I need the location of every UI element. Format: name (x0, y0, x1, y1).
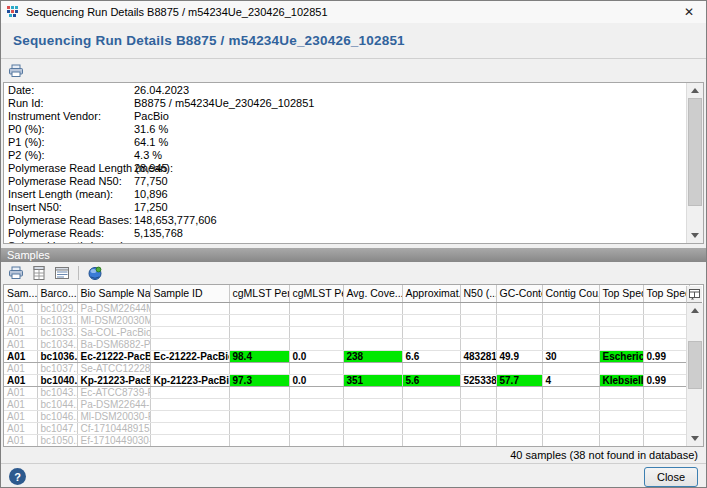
table-cell: Ml-DSM20030-PacBio (77, 410, 150, 422)
table-cell: A01 (4, 350, 37, 362)
table-cell (289, 386, 343, 398)
scroll-down-icon[interactable] (687, 228, 703, 243)
table-cell: Escherichi... (599, 350, 643, 362)
table-row[interactable]: A01bc1044...Pa-DSM22644-PacBio (4, 398, 689, 410)
help-icon[interactable]: ? (9, 468, 26, 485)
table-row[interactable]: A01bc1047...Cf-17104489153-... (4, 422, 689, 434)
table-cell (496, 410, 542, 422)
table-cell: bc1034... (37, 338, 77, 350)
list-view-icon[interactable] (53, 264, 71, 282)
column-header[interactable]: Sam... (4, 285, 37, 302)
table-cell (496, 362, 542, 374)
table-cell: 98.4 (229, 350, 289, 362)
table-row[interactable]: A01bc1029...Pa-DSM22644Mon... (4, 302, 689, 314)
detail-row: Polymerase Read Bases:148,653,777,606 (4, 213, 686, 226)
table-cell: 238 (343, 350, 402, 362)
table-row[interactable]: A01bc1043...Ec-ATCC8739-PacBio (4, 386, 689, 398)
table-cell: bc1036... (37, 350, 77, 362)
scrollbar-thumb[interactable] (688, 341, 702, 389)
table-cell (542, 422, 599, 434)
column-header[interactable]: Top Spec... (599, 285, 643, 302)
table-cell: Kp-21223-PacBio (77, 374, 150, 386)
table-scrollbar[interactable] (686, 303, 703, 446)
table-cell: A01 (4, 398, 37, 410)
column-config-icon[interactable] (686, 286, 702, 303)
table-cell: bc1033... (37, 326, 77, 338)
table-cell: 30 (542, 350, 599, 362)
table-cell (599, 434, 643, 446)
column-header[interactable]: Approximat... (402, 285, 460, 302)
column-header[interactable]: Sample ID (150, 285, 229, 302)
column-header[interactable]: GC-Conte... (496, 285, 542, 302)
table-row[interactable]: A01bc1037...Se-ATCC12228-Pa... (4, 362, 689, 374)
table-cell (496, 302, 542, 314)
table-cell (289, 434, 343, 446)
scroll-up-icon[interactable] (687, 83, 703, 98)
table-row[interactable]: A01bc1040...Kp-21223-PacBioKp-21223-PacB… (4, 374, 689, 386)
table-row[interactable]: A01bc1031...Ml-DSM20030Mona... (4, 314, 689, 326)
print-icon[interactable] (7, 264, 25, 282)
table-cell (289, 338, 343, 350)
table-cell (229, 302, 289, 314)
table-cell (150, 302, 229, 314)
detail-value: 26.04.2023 (134, 84, 189, 96)
table-cell (496, 386, 542, 398)
table-cell (229, 338, 289, 350)
footer-bar: ? Close (1, 464, 706, 488)
table-view-icon[interactable] (30, 264, 48, 282)
table-cell (599, 314, 643, 326)
details-scrollbar[interactable] (686, 83, 703, 243)
table-cell: bc1047... (37, 422, 77, 434)
column-header[interactable]: Top Spec... (643, 285, 689, 302)
column-header[interactable]: Barco... (37, 285, 77, 302)
table-cell: A01 (4, 302, 37, 314)
table-cell (402, 338, 460, 350)
scroll-up-icon[interactable] (687, 303, 703, 318)
table-cell: Ec-ATCC8739-PacBio (77, 386, 150, 398)
detail-label: Subread Length (mean): (8, 240, 134, 245)
column-header[interactable]: N50 (... (460, 285, 496, 302)
table-cell: 0.0 (289, 374, 343, 386)
table-cell (460, 338, 496, 350)
app-icon (7, 5, 21, 19)
table-row[interactable]: A01bc1033...Sa-COL-PacBio (4, 326, 689, 338)
table-row[interactable]: A01bc1050...Ef-1710449030-Pa... (4, 434, 689, 446)
close-button[interactable]: Close (644, 467, 698, 487)
detail-value: 64.1 % (134, 136, 168, 148)
scroll-down-icon[interactable] (687, 431, 703, 446)
detail-row: Insert Length (mean):10,896 (4, 187, 686, 200)
table-cell (542, 314, 599, 326)
table-cell (643, 362, 689, 374)
table-row[interactable]: A01bc1034...Ba-DSM6882-PacBio (4, 338, 689, 350)
table-cell: Ba-DSM6882-PacBio (77, 338, 150, 350)
table-cell (402, 314, 460, 326)
table-cell (150, 362, 229, 374)
detail-value: 5,135,768 (134, 227, 183, 239)
detail-label: P2 (%): (8, 149, 134, 161)
close-icon[interactable]: ✕ (672, 1, 706, 23)
table-cell: bc1031... (37, 314, 77, 326)
table-cell: A01 (4, 434, 37, 446)
print-icon[interactable] (7, 62, 25, 80)
table-cell (496, 314, 542, 326)
table-cell (289, 302, 343, 314)
column-header[interactable]: Avg. Cove... (343, 285, 402, 302)
table-cell (599, 302, 643, 314)
table-cell (496, 398, 542, 410)
column-header[interactable]: cgMLST Perc ... (289, 285, 343, 302)
table-cell (402, 362, 460, 374)
column-header[interactable]: Bio Sample Name (77, 285, 150, 302)
table-row[interactable]: A01bc1046...Ml-DSM20030-PacBio (4, 410, 689, 422)
table-row[interactable]: A01bc1036...Ec-21222-PacBioEc-21222-PacB… (4, 350, 689, 362)
table-cell (343, 314, 402, 326)
table-cell: bc1040... (37, 374, 77, 386)
table-cell (460, 326, 496, 338)
database-icon[interactable] (86, 264, 104, 282)
column-header[interactable]: cgMLST Perc. ... (229, 285, 289, 302)
scrollbar-thumb[interactable] (688, 98, 702, 206)
column-header[interactable]: Contig Cou... (542, 285, 599, 302)
table-cell (643, 326, 689, 338)
table-cell (542, 326, 599, 338)
table-cell (542, 362, 599, 374)
table-cell (150, 314, 229, 326)
